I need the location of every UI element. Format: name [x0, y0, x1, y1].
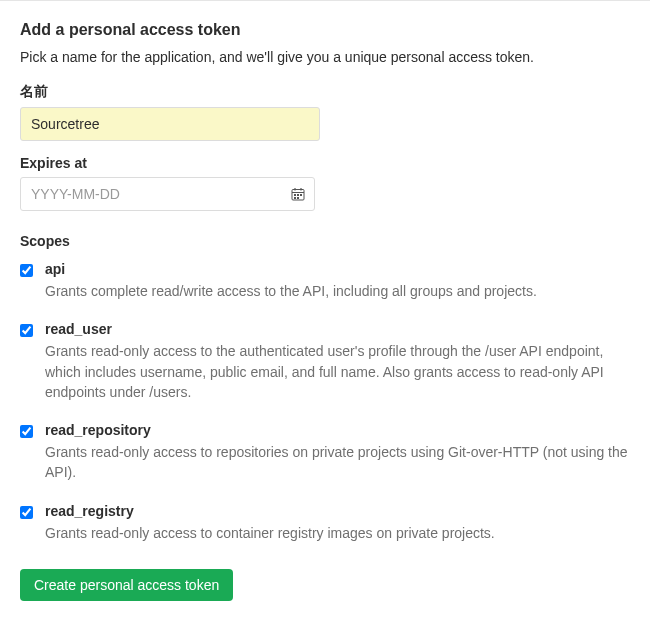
scope-checkbox-read-user[interactable]: [20, 324, 33, 337]
scope-name: api: [45, 261, 630, 277]
scopes-label: Scopes: [20, 233, 630, 249]
create-token-button[interactable]: Create personal access token: [20, 569, 233, 601]
page-subtitle: Pick a name for the application, and we'…: [20, 49, 630, 65]
scope-item-read-registry: read_registry Grants read-only access to…: [20, 503, 630, 543]
page-title: Add a personal access token: [20, 21, 630, 39]
scope-checkbox-read-repository[interactable]: [20, 425, 33, 438]
expires-field-group: Expires at: [20, 155, 630, 211]
scope-name: read_user: [45, 321, 630, 337]
scope-desc: Grants read-only access to container reg…: [45, 523, 630, 543]
name-label: 名前: [20, 83, 630, 101]
scope-item-read-repository: read_repository Grants read-only access …: [20, 422, 630, 483]
scope-item-read-user: read_user Grants read-only access to the…: [20, 321, 630, 402]
scope-checkbox-read-registry[interactable]: [20, 506, 33, 519]
scope-desc: Grants read-only access to repositories …: [45, 442, 630, 483]
expires-input[interactable]: [20, 177, 315, 211]
scope-desc: Grants complete read/write access to the…: [45, 281, 630, 301]
scope-desc: Grants read-only access to the authentic…: [45, 341, 630, 402]
expires-label: Expires at: [20, 155, 630, 171]
scope-name: read_repository: [45, 422, 630, 438]
name-input[interactable]: [20, 107, 320, 141]
scope-name: read_registry: [45, 503, 630, 519]
scope-item-api: api Grants complete read/write access to…: [20, 261, 630, 301]
scope-checkbox-api[interactable]: [20, 264, 33, 277]
name-field-group: 名前: [20, 83, 630, 141]
